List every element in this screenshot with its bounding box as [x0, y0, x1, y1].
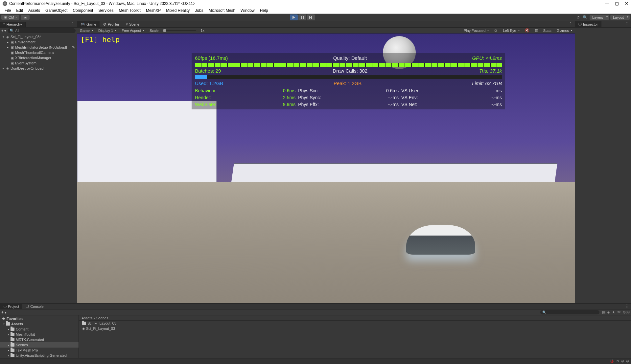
- project-tab-console[interactable]: ☐Console: [22, 304, 47, 309]
- menu-jobs[interactable]: Jobs: [192, 8, 206, 13]
- aspect-dropdown[interactable]: Free Aspect: [119, 29, 147, 33]
- hierarchy-item[interactable]: ▣MeshThumbnailCamera: [0, 50, 77, 55]
- project-tree-item[interactable]: ▸Unity.VisualScripting.Generated: [0, 353, 79, 358]
- undo-history-icon[interactable]: ↺: [575, 14, 581, 20]
- game-mode-dropdown[interactable]: Game: [77, 29, 96, 33]
- eye-dropdown[interactable]: Left Eye: [500, 29, 522, 33]
- scene-floor: [77, 182, 575, 303]
- project-create-dropdown[interactable]: + ▾: [1, 310, 7, 315]
- hierarchy-search[interactable]: 🔍 All: [8, 28, 76, 33]
- create-dropdown[interactable]: + ▾: [1, 29, 6, 33]
- hud-peak: Peak: 1.2GB: [334, 80, 362, 87]
- pause-button[interactable]: [298, 14, 306, 20]
- search-by-type-icon[interactable]: ▤: [602, 310, 605, 314]
- scene-machine: [77, 101, 217, 195]
- cloud-icon: ☁: [23, 15, 27, 19]
- hierarchy-menu-icon[interactable]: ⠇: [70, 22, 77, 27]
- hud-help-text: [F1] help: [81, 36, 120, 43]
- project-tab-project[interactable]: ▭Project: [0, 304, 22, 309]
- svg-rect-2: [311, 16, 312, 19]
- menu-help[interactable]: Help: [257, 8, 271, 13]
- inspector-tab[interactable]: ⓘ Inspector: [575, 21, 601, 27]
- menu-file[interactable]: File: [2, 8, 13, 13]
- gizmos-dropdown[interactable]: Gizmos: [554, 29, 575, 33]
- project-item[interactable]: ◈Sci_Fi_Layout_03: [79, 326, 631, 331]
- project-search[interactable]: 🔍: [540, 310, 599, 314]
- status-bug-icon[interactable]: 🐞: [610, 359, 614, 363]
- save-search-icon[interactable]: ★: [612, 310, 615, 314]
- status-globe-icon[interactable]: ⊘: [621, 359, 624, 363]
- menu-meshxp[interactable]: MeshXP: [143, 8, 163, 13]
- project-tree-item[interactable]: ▸Content: [0, 327, 79, 332]
- menu-microsoft-mesh[interactable]: Microsoft Mesh: [206, 8, 238, 13]
- project-tree-item[interactable]: ▸TextMesh Pro: [0, 348, 79, 353]
- maximize-button[interactable]: ▢: [615, 1, 619, 6]
- game-tab-profiler[interactable]: ⏱Profiler: [100, 22, 123, 27]
- inspector-menu-icon[interactable]: ⠇: [624, 22, 631, 27]
- hud-limit: Limit: 63.7GB: [472, 80, 502, 87]
- hierarchy-tab[interactable]: ≡ Hierarchy: [0, 22, 26, 27]
- project-item[interactable]: Sci_Fi_Layout_03: [79, 321, 631, 326]
- hierarchy-item[interactable]: ▣XRInteractionManager: [0, 55, 77, 60]
- minimize-button[interactable]: —: [605, 1, 609, 6]
- layers-dropdown[interactable]: Layers: [590, 15, 609, 20]
- cloud-button[interactable]: ☁: [21, 15, 30, 20]
- project-count: ⊘89: [623, 310, 630, 314]
- hierarchy-item[interactable]: ▾◈Sci_Fi_Layout_03*: [0, 34, 77, 39]
- close-button[interactable]: ✕: [625, 1, 628, 6]
- hud-drawcalls: Draw Calls: 302: [333, 67, 367, 75]
- window-title: ContentPerformanceAnalyzer.unity - Sci_F…: [9, 1, 195, 6]
- menu-edit[interactable]: Edit: [13, 8, 26, 13]
- hidden-packages-icon[interactable]: 👁: [617, 310, 621, 314]
- scale-slider[interactable]: [163, 30, 196, 31]
- step-button[interactable]: [307, 14, 315, 20]
- project-tree-item[interactable]: ▸Scenes: [0, 342, 79, 348]
- stats-button[interactable]: Stats: [541, 29, 554, 33]
- display-dropdown[interactable]: Display 1: [96, 29, 119, 33]
- status-bar: 🐞 ↻ ⊘ ⊘: [0, 358, 631, 364]
- hierarchy-item[interactable]: ▸▣MeshEmulatorSetup [NoUpload]✎: [0, 45, 77, 50]
- hud-mem-bar: [195, 75, 502, 79]
- mute-icon[interactable]: 🔇: [522, 28, 532, 33]
- favorites-row[interactable]: ★Favorites: [0, 316, 79, 321]
- project-menu-icon[interactable]: ⠇: [624, 304, 631, 309]
- hud-fps-bar: [195, 63, 502, 67]
- vsync-icon[interactable]: ▥: [532, 28, 541, 33]
- menu-mesh-toolkit[interactable]: Mesh Toolkit: [116, 8, 143, 13]
- menu-window[interactable]: Window: [238, 8, 257, 13]
- inspector-icon: ⓘ: [578, 22, 582, 27]
- hud-used: Used: 1.2GB: [195, 80, 223, 87]
- project-tree-item[interactable]: MRTK.Generated: [0, 337, 79, 342]
- layout-dropdown[interactable]: Layout: [610, 15, 630, 20]
- play-button[interactable]: [290, 14, 298, 20]
- hierarchy-item[interactable]: ▸▣Environment: [0, 39, 77, 45]
- game-tab-scene[interactable]: #Scene: [123, 22, 143, 27]
- project-tree-item[interactable]: ▸MeshToolkit: [0, 332, 79, 337]
- hierarchy-item[interactable]: ▣EventSystem: [0, 60, 77, 66]
- game-panel: 🎮Game⏱Profiler#Scene⠇ Game Display 1 Fre…: [77, 21, 575, 303]
- hierarchy-item[interactable]: ▸◈DontDestroyOnLoad: [0, 66, 77, 71]
- main-toolbar: ◉ CM ▾ ☁ ↺ 🔍 Layers Layout: [0, 14, 631, 21]
- menu-mixed-reality[interactable]: Mixed Reality: [163, 8, 192, 13]
- menu-gameobject[interactable]: GameObject: [43, 8, 70, 13]
- status-bell-icon[interactable]: ⊘: [626, 359, 629, 363]
- svg-rect-1: [303, 16, 304, 19]
- game-menu-icon[interactable]: ⠇: [568, 22, 575, 27]
- hud-overlay: 60fps (16.7ms) Quality: Default GPU: <4.…: [192, 53, 505, 109]
- play-focused-dropdown[interactable]: Play Focused: [461, 29, 492, 33]
- project-tree-item[interactable]: ▾Assets: [0, 321, 79, 327]
- search-icon[interactable]: 🔍: [582, 14, 588, 20]
- hud-batches: Batches: 29: [195, 67, 221, 75]
- search-by-label-icon[interactable]: ◈: [607, 310, 610, 314]
- menu-services[interactable]: Services: [96, 8, 116, 13]
- game-tab-game[interactable]: 🎮Game: [77, 21, 100, 27]
- hierarchy-panel: ≡ Hierarchy ⠇ + ▾ 🔍 All ▾◈Sci_Fi_Layout_…: [0, 21, 77, 303]
- menu-component[interactable]: Component: [70, 8, 96, 13]
- menu-assets[interactable]: Assets: [26, 8, 43, 13]
- project-panel: ▭Project☐Console⠇ + ▾ 🔍 ▤ ◈ ★ 👁 ⊘89 ★Fav…: [0, 303, 631, 364]
- game-viewport[interactable]: [F1] help 60fps (16.7ms) Quality: Defaul…: [77, 34, 575, 303]
- status-refresh-icon[interactable]: ↻: [616, 359, 619, 363]
- account-dropdown[interactable]: ◉ CM ▾: [1, 15, 19, 20]
- settings-icon[interactable]: ⛭: [491, 29, 500, 33]
- scale-value: 1x: [198, 29, 207, 33]
